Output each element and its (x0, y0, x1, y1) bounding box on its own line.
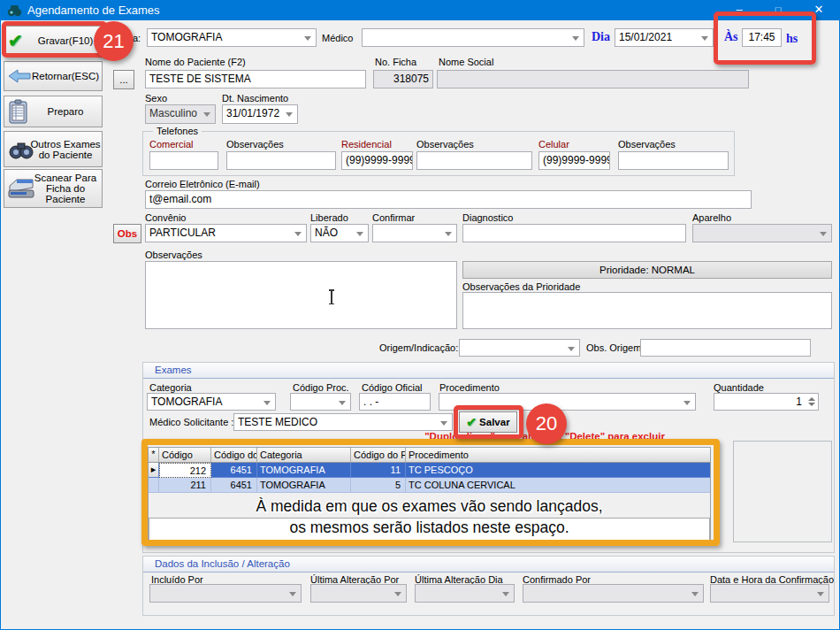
chevron-down-icon (289, 592, 296, 596)
chevron-down-icon (502, 592, 509, 596)
annotation-badge-20: 20 (526, 403, 567, 444)
aparelho-select[interactable] (692, 224, 832, 242)
confirmado-por-select[interactable] (523, 584, 704, 603)
scanner-icon (8, 177, 34, 200)
medico-select[interactable] (362, 28, 584, 47)
dia-value: 15/01/2021 (619, 31, 699, 43)
annotation-box-time (714, 12, 816, 65)
retornar-button[interactable]: Retornar(ESC) (4, 61, 103, 91)
codigo-oficial-label: Código Oficial (362, 382, 422, 393)
outros-exames-button[interactable]: Outros Exames do Paciente (4, 131, 103, 167)
liberado-label: Liberado (310, 212, 348, 223)
nome-social-field (437, 70, 749, 88)
prioridade-obs-textarea[interactable] (462, 292, 832, 329)
chevron-down-icon (356, 232, 363, 236)
residencial-label: Residencial (341, 139, 392, 150)
category-label-fragment: a: (133, 33, 141, 43)
medico-label: Médico (322, 33, 353, 43)
codigo-proc-select[interactable] (290, 393, 351, 411)
chevron-down-icon (339, 401, 346, 405)
app-window: Agendamento de Exames – □ ✕ ✔ Gravar(F10… (0, 0, 840, 630)
ultima-alteracao-dia-select[interactable] (415, 584, 515, 603)
categoria-value: TOMOGRAFIA (151, 396, 261, 408)
chevron-down-icon (817, 592, 824, 596)
obs-origem-label: Obs. Origem: (586, 342, 644, 353)
diagnostico-input[interactable] (462, 224, 686, 242)
ficha-label: No. Ficha (375, 57, 416, 67)
convenio-value: PARTICULAR (149, 227, 292, 239)
liberado-value: NÃO (315, 227, 354, 239)
chevron-down-icon (440, 421, 447, 426)
ultima-alteracao-por-select[interactable] (310, 584, 407, 603)
medico-solicitante-select[interactable]: TESTE MEDICO (233, 413, 453, 431)
sexo-select[interactable]: Masculino (145, 104, 216, 124)
annotation-box-gravar (2, 21, 107, 58)
arrow-left-icon (8, 69, 31, 83)
annotation-box-salvar (454, 405, 523, 439)
category-select[interactable]: TOMOGRAFIA (147, 28, 317, 47)
obs-comercial-input[interactable] (226, 151, 336, 170)
preparo-button[interactable]: Preparo (4, 96, 103, 127)
observacoes-textarea[interactable] (145, 261, 457, 329)
comercial-label: Comercial (149, 139, 194, 150)
browse-patient-button[interactable]: ... (113, 70, 134, 89)
clipboard-icon (8, 99, 29, 124)
text-cursor (328, 289, 335, 304)
preparo-label: Preparo (48, 106, 84, 117)
email-label: Correio Eletrônico (E-mail) (145, 179, 260, 189)
chevron-down-icon (568, 347, 575, 351)
origem-label: Origem/Indicação: (379, 342, 458, 353)
chevron-down-icon (683, 401, 691, 405)
categoria-label: Categoria (149, 382, 192, 393)
convenio-label: Convênio (145, 212, 186, 223)
exames-section-title: Exames (143, 363, 834, 379)
prioridade-header: Prioridade: NORMAL (462, 261, 832, 279)
incluido-por-select[interactable] (149, 584, 302, 603)
confirmar-label: Confirmar (372, 212, 415, 223)
nascimento-select[interactable]: 31/01/1972 (222, 104, 298, 124)
retornar-label: Retornar(ESC) (32, 71, 99, 81)
categoria-select[interactable]: TOMOGRAFIA (147, 393, 276, 411)
obs-comercial-label: Observações (226, 139, 284, 150)
chevron-down-icon (203, 112, 210, 117)
chevron-down-icon (820, 232, 827, 236)
email-input[interactable]: t@email.com (145, 190, 752, 209)
category-value: TOMOGRAFIA (151, 31, 302, 43)
medico-solicitante-value: TESTE MEDICO (238, 416, 438, 428)
celular-label: Celular (538, 139, 569, 150)
obs-residencial-label: Observações (416, 139, 474, 150)
stepper-down-icon[interactable] (808, 403, 815, 406)
residencial-input[interactable]: (99)9999-9999 (341, 151, 413, 170)
obs-button[interactable]: Obs (113, 224, 141, 243)
scanear-button[interactable]: Scanear Para Ficha do Paciente (4, 169, 103, 208)
comercial-input[interactable] (149, 151, 218, 170)
obs-residencial-input[interactable] (416, 151, 532, 170)
quantidade-stepper[interactable]: 1 (714, 393, 819, 411)
chevron-down-icon (445, 232, 452, 236)
sexo-label: Sexo (145, 93, 167, 104)
stepper-up-icon[interactable] (808, 397, 815, 401)
procedimento-label: Procedimento (439, 382, 500, 393)
confirmar-select[interactable] (372, 224, 457, 242)
sexo-value: Masculino (149, 107, 201, 119)
window-title: Agendamento de Exames (27, 1, 160, 20)
diagnostico-label: Diagnostico (462, 212, 513, 223)
aparelho-label: Aparelho (692, 212, 731, 223)
codigo-oficial-input[interactable]: . . - (359, 393, 431, 411)
obs-celular-input[interactable] (618, 151, 729, 170)
prioridade-obs-label: Observações da Prioridade (462, 281, 580, 292)
patient-name-input[interactable]: TESTE DE SISTEMA (145, 70, 366, 88)
nascimento-value: 31/01/1972 (226, 107, 283, 119)
liberado-select[interactable]: NÃO (310, 224, 369, 242)
obs-origem-input[interactable] (640, 339, 811, 357)
chevron-down-icon (294, 232, 302, 236)
dia-label: Dia (592, 30, 610, 44)
convenio-select[interactable]: PARTICULAR (145, 224, 307, 242)
data-hora-confirmacao-select[interactable] (710, 584, 829, 603)
dia-select[interactable]: 15/01/2021 (615, 28, 714, 47)
app-binoculars-icon (7, 4, 22, 17)
celular-input[interactable]: (99)9999-9999 (538, 151, 610, 170)
quantidade-label: Quantidade (714, 382, 764, 393)
origem-select[interactable] (459, 339, 580, 357)
medico-solicitante-label: Médico Solicitante : (149, 417, 233, 427)
